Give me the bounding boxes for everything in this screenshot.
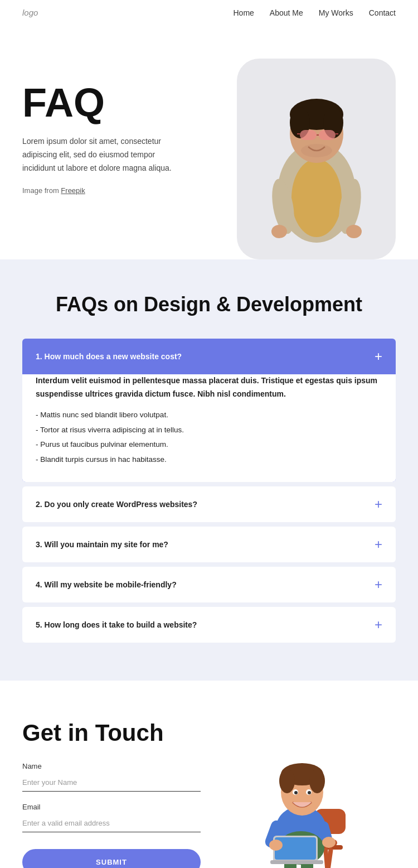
- svg-point-16: [346, 225, 362, 238]
- faq-section: FAQs on Design & Development 1. How much…: [0, 259, 418, 681]
- name-label: Name: [22, 762, 201, 770]
- faq-question-1[interactable]: 1. How much does a new website cost? +: [22, 339, 396, 374]
- nav-home[interactable]: Home: [233, 8, 254, 17]
- faq-heading: FAQs on Design & Development: [22, 293, 396, 316]
- name-field-group: Name: [22, 762, 201, 792]
- faq-toggle-icon-4: +: [375, 578, 382, 591]
- nav-contact[interactable]: Contact: [369, 8, 396, 17]
- contact-title: Get in Touch: [22, 720, 201, 746]
- email-label: Email: [22, 803, 201, 811]
- nav-about-me[interactable]: About Me: [270, 8, 303, 17]
- hero-left: FAQ Lorem ipsum dolor sit amet, consecte…: [22, 59, 229, 195]
- contact-section: Get in Touch Name Email SUBMIT Image fro…: [0, 681, 418, 868]
- svg-point-15: [271, 225, 287, 238]
- submit-button[interactable]: SUBMIT: [22, 849, 201, 868]
- faq-toggle-icon-2: +: [375, 498, 382, 511]
- faq-question-5[interactable]: 5. How long does it take to build a webs…: [22, 607, 396, 643]
- svg-point-39: [308, 791, 311, 794]
- svg-point-34: [279, 769, 295, 793]
- faq-toggle-icon-5: +: [375, 618, 382, 631]
- hero-image-box: [237, 59, 396, 259]
- nav-links: Home About Me My Works Contact: [233, 8, 396, 17]
- contact-left: Get in Touch Name Email SUBMIT Image fro…: [22, 720, 201, 868]
- svg-rect-7: [300, 130, 317, 140]
- faq-item-1: 1. How much does a new website cost? + I…: [22, 339, 396, 482]
- hero-title: FAQ: [22, 81, 229, 125]
- svg-point-46: [322, 837, 336, 848]
- faq-question-3[interactable]: 3. Will you maintain my site for me? +: [22, 527, 396, 562]
- faq-item-2: 2. Do you only create WordPress websites…: [22, 486, 396, 522]
- hero-description: Lorem ipsum dolor sit amet, consectetur …: [22, 135, 189, 175]
- faq-question-4[interactable]: 4. Will my website be mobile-friendly? +: [22, 567, 396, 602]
- hero-section: FAQ Lorem ipsum dolor sit amet, consecte…: [0, 25, 418, 259]
- hero-freepik-link[interactable]: Freepik: [61, 186, 85, 195]
- person-illustration: [255, 64, 378, 254]
- email-field-group: Email: [22, 803, 201, 832]
- faq-item-5: 5. How long does it take to build a webs…: [22, 607, 396, 643]
- faq-toggle-icon-3: +: [375, 538, 382, 551]
- svg-point-1: [291, 159, 342, 237]
- navbar: logo Home About Me My Works Contact: [0, 0, 418, 25]
- nav-my-works[interactable]: My Works: [319, 8, 353, 17]
- hero-right: [229, 59, 396, 259]
- faq-answer-1: Interdum velit euismod in pellentesque m…: [22, 374, 396, 482]
- logo: logo: [22, 8, 38, 17]
- faq-answer-list-1: Mattis nunc sed blandit libero volutpat.…: [36, 409, 382, 467]
- faq-toggle-icon-1: +: [375, 350, 382, 363]
- contact-person-illustration: [242, 731, 376, 868]
- contact-right: [223, 720, 396, 868]
- svg-point-38: [294, 791, 298, 794]
- name-input[interactable]: [22, 774, 201, 792]
- faq-item-3: 3. Will you maintain my site for me? +: [22, 527, 396, 562]
- hero-image-credit: Image from Freepik: [22, 186, 229, 195]
- email-input[interactable]: [22, 814, 201, 832]
- svg-point-35: [309, 769, 325, 793]
- svg-point-12: [301, 144, 332, 157]
- faq-list: 1. How much does a new website cost? + I…: [22, 339, 396, 643]
- faq-item-4: 4. Will my website be mobile-friendly? +: [22, 567, 396, 602]
- faq-question-2[interactable]: 2. Do you only create WordPress websites…: [22, 486, 396, 522]
- svg-point-45: [269, 840, 283, 851]
- contact-image-box: [237, 731, 382, 868]
- svg-rect-8: [319, 130, 336, 140]
- svg-rect-43: [270, 860, 323, 864]
